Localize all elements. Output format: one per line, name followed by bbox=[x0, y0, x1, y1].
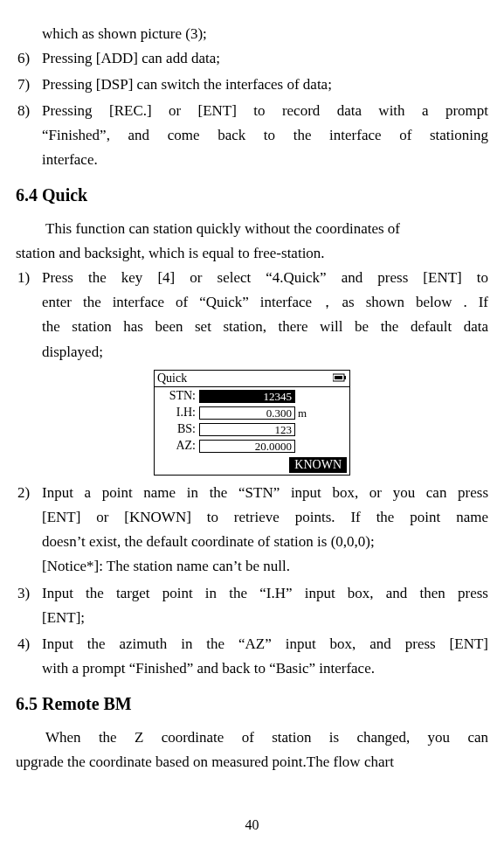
bs-row: BS: 123 bbox=[155, 422, 349, 437]
list-item: 2) Input a point name in the “STN” input… bbox=[16, 481, 488, 579]
list-item: 1) Press the key [4] or select “4.Quick”… bbox=[16, 266, 488, 364]
page-number: 40 bbox=[0, 814, 504, 837]
stn-label: STN: bbox=[157, 389, 199, 404]
item-number: 3) bbox=[16, 581, 42, 630]
item-number: 2) bbox=[16, 481, 42, 579]
text-line: the station has been set station, there … bbox=[42, 315, 488, 339]
svg-rect-1 bbox=[344, 376, 346, 379]
quick-steps-list: 1) Press the key [4] or select “4.Quick”… bbox=[16, 266, 488, 364]
battery-icon bbox=[333, 371, 347, 386]
continued-text: which as shown picture (3); bbox=[16, 22, 488, 46]
text-line: station and backsight, which is equal to… bbox=[16, 241, 488, 266]
az-label: AZ: bbox=[157, 439, 199, 454]
text-line: “Finished”, and come back to the interfa… bbox=[42, 123, 488, 148]
panel-button-row: KNOWN bbox=[155, 455, 349, 474]
ih-label: I.H: bbox=[157, 406, 199, 420]
text-line: Press the key [4] or select “4.Quick” an… bbox=[42, 266, 488, 290]
bs-input[interactable]: 123 bbox=[199, 423, 295, 436]
notice-text: [Notice*]: The station name can’t be nul… bbox=[42, 554, 488, 579]
panel-title: Quick bbox=[157, 371, 333, 386]
text-line: When the Z coordinate of station is chan… bbox=[16, 726, 488, 750]
stn-input[interactable]: 12345 bbox=[199, 390, 295, 403]
item-text: Pressing [ADD] can add data; bbox=[42, 46, 488, 71]
az-row: AZ: 20.0000 bbox=[155, 439, 349, 454]
stn-row: STN: 12345 bbox=[155, 389, 349, 404]
list-item: 6) Pressing [ADD] can add data; bbox=[16, 46, 488, 71]
az-input[interactable]: 20.0000 bbox=[199, 440, 295, 453]
text-line: enter the interface of “Quick” interface… bbox=[42, 290, 488, 315]
text-line: Input a point name in the “STN” input bo… bbox=[42, 481, 488, 505]
item-number: 1) bbox=[16, 266, 42, 364]
item-text: Input a point name in the “STN” input bo… bbox=[42, 481, 488, 579]
numbered-list-top: 6) Pressing [ADD] can add data; 7) Press… bbox=[16, 46, 488, 172]
text-line: [ENT] or [KNOWN] to retrieve points. If … bbox=[42, 505, 488, 530]
text-line: doesn’t exist, the default coordinate of… bbox=[42, 530, 488, 554]
item-number: 4) bbox=[16, 632, 42, 681]
item-text: Pressing [DSP] can switch the interfaces… bbox=[42, 73, 488, 97]
ih-unit: m bbox=[295, 406, 307, 420]
quick-steps-list-2: 2) Input a point name in the “STN” input… bbox=[16, 481, 488, 680]
text-line: displayed; bbox=[42, 340, 488, 365]
item-text: Input the azimuth in the “AZ” input box,… bbox=[42, 632, 488, 681]
quick-intro-paragraph: This function can station quickly withou… bbox=[16, 217, 488, 266]
text-line: interface. bbox=[42, 148, 488, 172]
ih-input[interactable]: 0.300 bbox=[199, 406, 295, 420]
text-line: Pressing [REC.] or [ENT] to record data … bbox=[42, 99, 488, 123]
text-line: upgrade the coordinate based on measured… bbox=[16, 750, 488, 774]
text-line: [ENT]; bbox=[42, 606, 488, 630]
item-text: Input the target point in the “I.H” inpu… bbox=[42, 581, 488, 630]
ih-row: I.H: 0.300 m bbox=[155, 406, 349, 420]
text-line: with a prompt “Finished” and back to “Ba… bbox=[42, 656, 488, 681]
item-text: Pressing [REC.] or [ENT] to record data … bbox=[42, 99, 488, 172]
section-heading-quick: 6.4 Quick bbox=[16, 181, 488, 210]
list-item: 3) Input the target point in the “I.H” i… bbox=[16, 581, 488, 630]
list-item: 4) Input the azimuth in the “AZ” input b… bbox=[16, 632, 488, 681]
known-button[interactable]: KNOWN bbox=[289, 457, 347, 474]
svg-rect-2 bbox=[335, 376, 342, 379]
list-item: 8) Pressing [REC.] or [ENT] to record da… bbox=[16, 99, 488, 172]
item-number: 8) bbox=[16, 99, 42, 172]
text-line: This function can station quickly withou… bbox=[16, 217, 488, 241]
list-item: 7) Pressing [DSP] can switch the interfa… bbox=[16, 73, 488, 97]
text-line: Input the azimuth in the “AZ” input box,… bbox=[42, 632, 488, 656]
item-number: 6) bbox=[16, 46, 42, 71]
panel-title-row: Quick bbox=[155, 371, 349, 388]
remote-intro-paragraph: When the Z coordinate of station is chan… bbox=[16, 726, 488, 774]
quick-panel: Quick STN: 12345 I.H: 0.300 m BS: 123 AZ… bbox=[154, 370, 350, 476]
section-heading-remote: 6.5 Remote BM bbox=[16, 690, 488, 719]
bs-label: BS: bbox=[157, 422, 199, 437]
item-number: 7) bbox=[16, 73, 42, 97]
item-text: Press the key [4] or select “4.Quick” an… bbox=[42, 266, 488, 364]
text-line: Input the target point in the “I.H” inpu… bbox=[42, 581, 488, 606]
